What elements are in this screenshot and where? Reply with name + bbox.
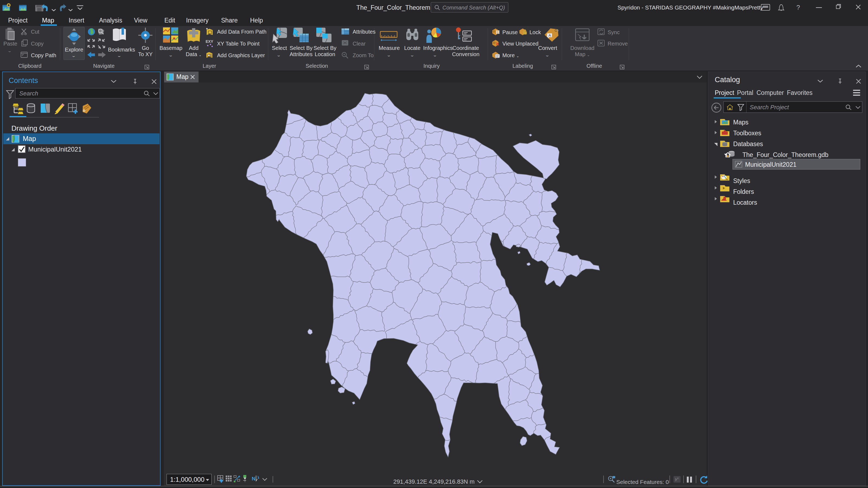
svg-text:EXY: EXY (206, 39, 214, 44)
svg-text:A: A (549, 33, 551, 37)
svg-text:Toolboxes: Toolboxes (733, 130, 762, 137)
svg-text:Styles: Styles (733, 177, 750, 184)
svg-text:Maps: Maps (733, 119, 748, 126)
svg-text:Locators: Locators (733, 199, 757, 206)
svg-text:MunicipalUnit2021: MunicipalUnit2021 (745, 161, 796, 168)
svg-text:Databases: Databases (733, 140, 763, 148)
svg-text:?: ? (796, 4, 800, 11)
svg-text:The_Four_Color_Theorem.gdb: The_Four_Color_Theorem.gdb (742, 151, 828, 158)
svg-text:N: N (252, 476, 255, 482)
svg-text:Folders: Folders (733, 188, 754, 195)
